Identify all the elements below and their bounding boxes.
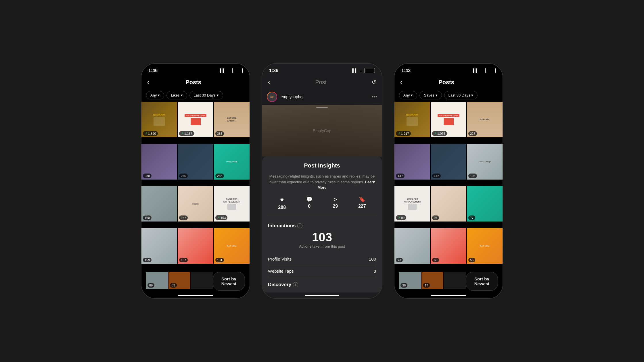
battery-icon-r: ▓▓▓ [485,68,496,73]
right-filter-saves[interactable]: Saves ▾ [419,91,442,99]
r-post-cell-3[interactable]: BEFORE 227 [467,102,503,137]
right-back-button[interactable]: ‹ [400,78,402,86]
r-post-partial-13[interactable]: 36 [399,272,421,289]
left-filter-bar: Any ▾ Likes ▾ Last 30 Days ▾ [141,89,250,102]
r-post-cell-11[interactable]: 60 [431,228,466,264]
scroll-indicator [316,107,328,108]
post-cell-7[interactable]: Trans. 168 [141,186,177,222]
post-cell-10[interactable]: 159 [141,228,177,264]
r-post-stat-6: 108 [468,174,477,178]
save-icon: 🔖 [359,196,365,203]
post-cell-8[interactable]: Design 167 [178,186,213,222]
post-cell-9[interactable]: GUIDE FORART PLACEMENT ↗163 [214,186,250,222]
r-post-stat-2: ↗1,075 [432,131,447,136]
post-stat-14: 83 [170,283,177,288]
website-taps-row: Website Taps 3 [268,265,376,277]
post-cell-6[interactable]: Living Room 235 [214,144,250,180]
post-stat-10: 159 [143,258,152,262]
r-post-stat-5: 142 [432,174,441,178]
r-post-cell-6[interactable]: Trans. Design 108 [467,144,503,180]
discovery-title: Discovery i [268,282,376,288]
right-filter-bar: Any ▾ Saves ▾ Last 30 Days ▾ [394,89,503,102]
profile-visits-row: Profile Visits 100 [268,253,376,265]
r-post-stat-9: 77 [468,215,475,220]
middle-status-icons: ▌▌ ▲ ▓▓▓ [352,68,375,73]
r-post-cell-5[interactable]: 142 [431,144,466,180]
left-posts-grid: BEDROOM ↗1,890 Rug Placement Guide ↗1,18… [141,102,250,269]
r-post-cell-10[interactable]: 73 [394,228,430,264]
r-post-stat-7: ↗99 [396,215,406,220]
post-cell-3[interactable]: BEFORE AFTER... 383 [214,102,250,137]
left-back-button[interactable]: ‹ [147,78,149,86]
heart-icon: ♥ [280,196,284,204]
profile-visits-label: Profile Visits [268,257,292,261]
r-post-cell-12[interactable]: BEFORE 56 [467,228,503,264]
insights-title: Post Insights [268,162,376,169]
left-sort-bar: 89 83 Sort by Newest [141,269,250,292]
middle-page-title: Post [315,79,327,86]
r-post-cell-8[interactable]: 97 [431,186,466,222]
discovery-section: Discovery i 6,557 [268,282,376,293]
saves-value: 227 [358,204,366,209]
r-post-cell-4[interactable]: 147 [394,144,430,180]
likes-value: 288 [278,205,286,210]
metric-saves: 🔖 227 [358,196,366,210]
r-post-stat-12: 56 [468,258,475,262]
post-cell-12[interactable]: BEFORE 131 [214,228,250,264]
r-post-cell-9[interactable]: 77 [467,186,503,222]
post-stat-9: ↗163 [215,215,227,220]
r-post-cell-1[interactable]: BEDROOM ↗1,217 [394,102,430,137]
insights-panel: Post Insights Messaging-related insights… [262,157,382,292]
r-post-stat-8: 97 [432,215,439,220]
right-filter-any[interactable]: Any ▾ [399,91,417,99]
right-page-title: Posts [438,79,454,86]
interactions-info-icon[interactable]: i [297,223,302,228]
r-post-stat-10: 73 [396,258,403,262]
post-partial-13[interactable]: 89 [146,272,168,289]
r-post-cell-7[interactable]: GUIDE FORART PLACEMENT ↗99 [394,186,430,222]
discovery-info-icon[interactable]: i [293,282,298,287]
profile-visits-value: 100 [369,257,376,261]
post-stat-1: ↗1,890 [143,131,158,136]
left-filter-any[interactable]: Any ▾ [146,91,164,99]
right-filter-date[interactable]: Last 30 Days ▾ [444,91,478,99]
discovery-count: 6,557 [268,290,376,293]
post-stat-8: 167 [179,215,188,220]
share-icon: ⊳ [333,196,338,203]
left-filter-likes[interactable]: Likes ▾ [166,91,187,99]
website-taps-value: 3 [374,269,376,274]
r-post-partial-14[interactable]: 17 [421,272,443,289]
post-cell-4[interactable]: 288 [141,144,177,180]
screens-container: 1:46 ▌▌ ▲ ▓▓▓ ‹ Posts Any ▾ Likes ▾ Last… [0,0,644,362]
more-button[interactable]: ••• [372,94,377,100]
battery-icon-m: ▓▓▓ [365,68,375,73]
post-cell-11[interactable]: 137 [178,228,213,264]
left-sort-button[interactable]: Sort by Newest [213,272,245,291]
r-post-cell-2[interactable]: Rug Placement Guide ↗1,075 [431,102,466,137]
interactions-section: Interactions i [268,223,376,229]
r-post-stat-14: 17 [423,283,430,288]
right-sort-bar: 36 17 Sort by Newest [394,269,503,292]
post-cell-2[interactable]: Rug Placement Guide ↗1,187 [178,102,213,137]
post-stat-3: 383 [215,131,224,136]
signal-icon-r: ▌▌ [473,68,478,73]
middle-refresh-button[interactable]: ↺ [372,79,376,85]
middle-time: 1:36 [269,68,278,73]
username-label: emptycuphq [281,95,302,99]
comments-value: 0 [308,204,310,209]
middle-back-button[interactable]: ‹ [268,78,270,86]
post-stat-2: ↗1,187 [179,131,194,136]
metric-likes: ♥ 288 [278,196,286,210]
right-sort-button[interactable]: Sort by Newest [466,272,498,291]
website-taps-label: Website Taps [268,269,294,274]
signal-icon: ▌▌ [220,68,225,73]
post-image: EmptyCup [262,105,382,157]
post-partial-14[interactable]: 83 [168,272,190,289]
avatar-ring: EC [267,92,277,102]
left-filter-date[interactable]: Last 30 Days ▾ [189,91,223,99]
r-post-stat-11: 60 [432,258,439,262]
shares-value: 29 [333,204,338,209]
wifi-icon-r: ▲ [480,68,484,73]
post-cell-1[interactable]: BEDROOM ↗1,890 [141,102,177,137]
post-cell-5[interactable]: 240 [178,144,213,180]
